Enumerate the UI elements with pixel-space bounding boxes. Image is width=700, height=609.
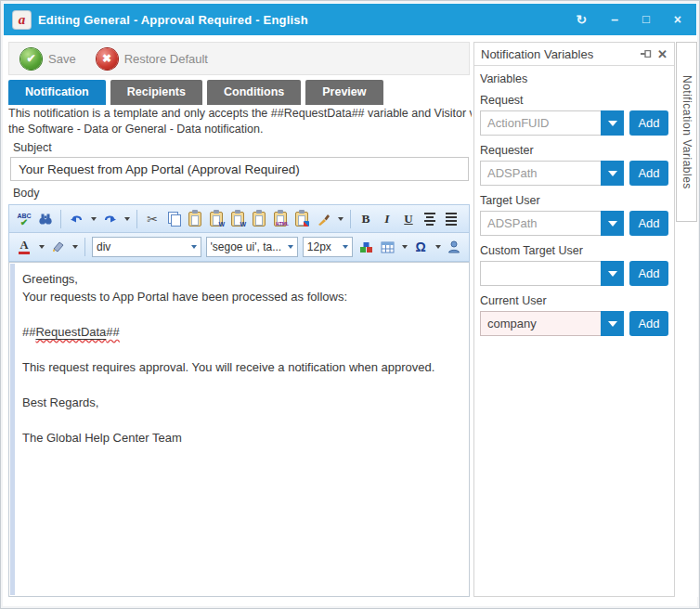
minimize-icon[interactable]: –	[611, 13, 618, 26]
undo-icon[interactable]	[66, 208, 86, 230]
chevron-down-icon[interactable]	[601, 161, 624, 186]
custom-target-user-select[interactable]	[480, 261, 624, 286]
close-icon[interactable]: ×	[674, 13, 681, 26]
current-user-row: company Add	[480, 311, 668, 336]
panel-header: Notification Variables ✕	[474, 43, 674, 66]
align-center-icon[interactable]	[420, 208, 440, 230]
panel-title: Notification Variables	[481, 47, 635, 61]
requester-add-button[interactable]: Add	[629, 161, 668, 186]
insert-table-icon[interactable]	[377, 236, 397, 258]
highlight-color-dropdown[interactable]	[69, 236, 80, 258]
editor-gutter	[10, 264, 15, 595]
undo-dropdown[interactable]	[87, 208, 98, 230]
special-character-icon[interactable]: Ω	[410, 236, 431, 258]
paragraph-style-select[interactable]: div	[92, 237, 201, 257]
palette-icon[interactable]	[356, 236, 376, 258]
pin-icon[interactable]	[641, 50, 652, 58]
request-select[interactable]: ActionFUID	[480, 110, 624, 136]
editor-document[interactable]: Greetings, Your requests to App Portal h…	[22, 270, 461, 590]
body-line-intro: Your requests to App Portal have been pr…	[22, 288, 461, 305]
window-controls: ↻ – □ ×	[576, 13, 687, 26]
command-bar: ✔ Save ✖ Restore Default	[8, 42, 470, 75]
restore-default-label: Restore Default	[124, 52, 208, 66]
target-user-label: Target User	[480, 194, 668, 207]
custom-target-user-label: Custom Target User	[480, 244, 668, 257]
font-color-dropdown[interactable]	[35, 236, 46, 258]
format-painter-dropdown[interactable]	[334, 208, 345, 230]
info-line-2: the Software - Data or General - Data no…	[8, 122, 472, 137]
current-user-add-button[interactable]: Add	[629, 311, 668, 336]
target-user-add-button[interactable]: Add	[629, 211, 668, 236]
body-line-approval: This request requires approval. You will…	[22, 358, 461, 376]
bold-icon[interactable]: B	[356, 208, 376, 230]
paste-from-word-icon[interactable]: W	[206, 208, 227, 230]
notification-variables-panel: Notification Variables ✕ Variables Reque…	[473, 42, 675, 597]
info-line-1: This notification is a template and only…	[8, 106, 472, 122]
chevron-down-icon[interactable]	[601, 110, 624, 136]
body-editor[interactable]: Greetings, Your requests to App Portal h…	[8, 262, 470, 597]
tab-preview[interactable]: Preview	[305, 80, 382, 105]
chevron-down-icon[interactable]	[601, 211, 624, 236]
request-label: Request	[480, 94, 668, 107]
paste-from-word-strip-font-icon[interactable]: W	[227, 208, 248, 230]
toolbar-separator	[136, 210, 137, 228]
current-user-select[interactable]: company	[480, 311, 624, 336]
maximize-icon[interactable]: □	[642, 13, 650, 26]
app-window: a Editing General - Approval Required - …	[0, 0, 700, 609]
custom-target-user-row: Add	[480, 261, 668, 286]
target-user-select[interactable]: ADSPath	[480, 211, 624, 236]
paste-html-icon[interactable]: HTML	[270, 208, 291, 230]
chevron-down-icon[interactable]	[601, 311, 624, 336]
target-user-row: ADSPath Add	[480, 211, 668, 236]
editor-toolbar-row2: A div 'segoe ui', ta... 12px	[8, 233, 470, 262]
requester-select[interactable]: ADSPath	[480, 161, 624, 186]
panel-body: Variables Request ActionFUID Add Request…	[474, 66, 674, 343]
tab-notification[interactable]: Notification	[8, 80, 106, 105]
italic-icon[interactable]: I	[377, 208, 397, 230]
find-replace-icon[interactable]	[35, 208, 56, 230]
redo-dropdown[interactable]	[121, 208, 132, 230]
tab-recipients[interactable]: Recipients	[110, 80, 202, 105]
restore-x-icon: ✖	[97, 48, 118, 70]
current-user-label: Current User	[480, 294, 668, 307]
tab-conditions[interactable]: Conditions	[207, 80, 301, 105]
copy-icon[interactable]	[163, 208, 184, 230]
font-color-icon[interactable]: A	[14, 236, 34, 258]
cut-icon[interactable]: ✂	[142, 208, 162, 230]
refresh-icon[interactable]: ↻	[576, 13, 587, 26]
template-info-text: This notification is a template and only…	[8, 106, 472, 137]
insert-table-dropdown[interactable]	[398, 236, 409, 258]
chevron-down-icon[interactable]	[601, 261, 624, 286]
body-label: Body	[13, 187, 40, 200]
font-family-select[interactable]: 'segoe ui', ta...	[206, 237, 298, 257]
app-logo-icon: a	[13, 11, 31, 29]
editor-toolbar-row1: ABC ✔	[8, 204, 470, 233]
custom-target-user-add-button[interactable]: Add	[629, 261, 668, 286]
paste-options-icon[interactable]	[292, 208, 312, 230]
notification-variables-side-tab[interactable]: Notification Variables	[676, 42, 697, 222]
request-add-button[interactable]: Add	[629, 110, 668, 136]
restore-default-button[interactable]: ✖ Restore Default	[97, 48, 208, 70]
paste-plain-text-icon[interactable]	[249, 208, 269, 230]
save-check-icon: ✔	[20, 48, 42, 70]
justify-icon[interactable]	[441, 208, 461, 230]
toolbar-separator	[350, 210, 351, 228]
tab-strip: Notification Recipients Conditions Previ…	[8, 80, 388, 105]
panel-close-icon[interactable]: ✕	[657, 47, 668, 61]
special-character-dropdown[interactable]	[432, 236, 443, 258]
subject-input[interactable]	[10, 157, 469, 181]
body-line-greeting: Greetings,	[22, 270, 461, 288]
paste-icon[interactable]	[185, 208, 205, 230]
body-line-regards: Best Regards,	[22, 394, 461, 411]
underline-icon[interactable]: U	[398, 208, 419, 230]
titlebar: a Editing General - Approval Required - …	[4, 4, 696, 35]
subject-label: Subject	[13, 141, 52, 154]
format-painter-icon[interactable]	[313, 208, 333, 230]
save-button[interactable]: ✔ Save	[20, 48, 76, 70]
toolbar-separator	[84, 238, 85, 256]
insert-user-icon[interactable]	[444, 236, 464, 258]
highlight-color-icon[interactable]	[47, 236, 68, 258]
font-size-select[interactable]: 12px	[303, 237, 353, 257]
spellcheck-icon[interactable]: ABC ✔	[14, 208, 34, 230]
redo-icon[interactable]	[99, 208, 120, 230]
